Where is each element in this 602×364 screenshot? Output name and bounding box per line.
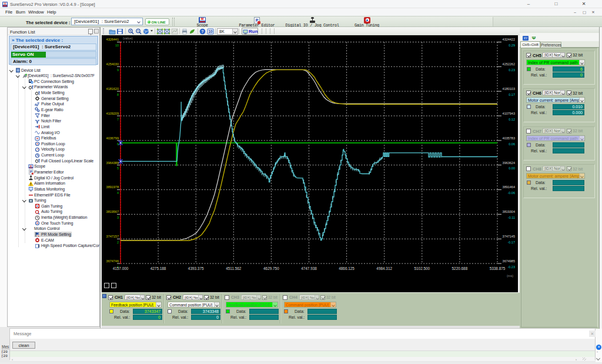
svg-text:5102.500: 5102.500 <box>414 266 430 271</box>
svg-text:4: 4 <box>117 191 119 195</box>
svg-text:0.12: 0.12 <box>509 118 515 121</box>
svg-text:6: 6 <box>117 142 119 146</box>
svg-text:-0.11: -0.11 <box>508 216 515 219</box>
svg-text:4180103: 4180103 <box>503 87 515 91</box>
svg-text:3819304: 3819304 <box>503 210 515 213</box>
svg-text:-0.23: -0.23 <box>507 265 515 269</box>
svg-text:3747157: 3747157 <box>106 235 119 238</box>
svg-text:4254030: 4254030 <box>106 62 119 66</box>
svg-text:4984.312: 4984.312 <box>376 266 392 271</box>
svg-text:5: 5 <box>117 166 119 170</box>
svg-text:(ms): (ms) <box>507 274 513 278</box>
svg-text:4393.375: 4393.375 <box>188 266 204 271</box>
svg-text:4109209: 4109209 <box>106 112 119 115</box>
svg-text:2: 2 <box>117 241 119 244</box>
svg-text:M: M <box>30 165 32 167</box>
svg-text:9: 9 <box>117 68 119 72</box>
svg-text:0.06: 0.06 <box>509 142 515 146</box>
svg-text:4252262: 4252262 <box>503 62 515 66</box>
svg-text:5338.875: 5338.875 <box>490 266 506 271</box>
svg-text:4035783: 4035783 <box>503 136 515 140</box>
svg-text:4324422: 4324422 <box>503 38 515 41</box>
svg-text:?: ? <box>201 29 203 34</box>
svg-text:0.17: 0.17 <box>509 93 515 96</box>
svg-text:3: 3 <box>117 216 119 219</box>
svg-text:8: 8 <box>117 93 119 96</box>
svg-text:10: 10 <box>208 29 213 34</box>
svg-text:3891464: 3891464 <box>503 185 515 189</box>
svg-text:0.00: 0.00 <box>509 166 515 170</box>
svg-text:4747.938: 4747.938 <box>301 266 317 271</box>
svg-text:10: 10 <box>115 44 119 47</box>
svg-text:4326441: 4326441 <box>106 38 119 41</box>
svg-text:0.29: 0.29 <box>509 44 515 47</box>
svg-text:4511.562: 4511.562 <box>226 266 242 271</box>
svg-text:4629.750: 4629.750 <box>263 266 279 271</box>
svg-text:3674746: 3674746 <box>106 259 119 263</box>
svg-text:-0.06: -0.06 <box>507 191 515 195</box>
svg-text:4107943: 4107943 <box>503 112 515 115</box>
svg-text:5220.688: 5220.688 <box>452 266 468 271</box>
svg-text:4866.125: 4866.125 <box>339 266 354 271</box>
svg-text:3964388: 3964388 <box>106 161 119 165</box>
svg-text:4157.000: 4157.000 <box>113 266 129 271</box>
svg-text:4275.188: 4275.188 <box>150 266 166 271</box>
svg-text:3747145: 3747145 <box>503 235 515 238</box>
svg-text:3674985: 3674985 <box>503 259 515 263</box>
svg-text:3963624: 3963624 <box>503 161 515 165</box>
svg-text:0.23: 0.23 <box>509 68 515 72</box>
svg-text:3891978: 3891978 <box>106 185 119 189</box>
svg-text:-0.17: -0.17 <box>507 241 515 244</box>
svg-text:7: 7 <box>117 118 119 121</box>
svg-text:(value): (value) <box>123 36 133 40</box>
svg-text:4036799: 4036799 <box>106 136 119 140</box>
svg-text:4181620: 4181620 <box>106 87 119 91</box>
svg-text:3819567: 3819567 <box>106 210 119 213</box>
